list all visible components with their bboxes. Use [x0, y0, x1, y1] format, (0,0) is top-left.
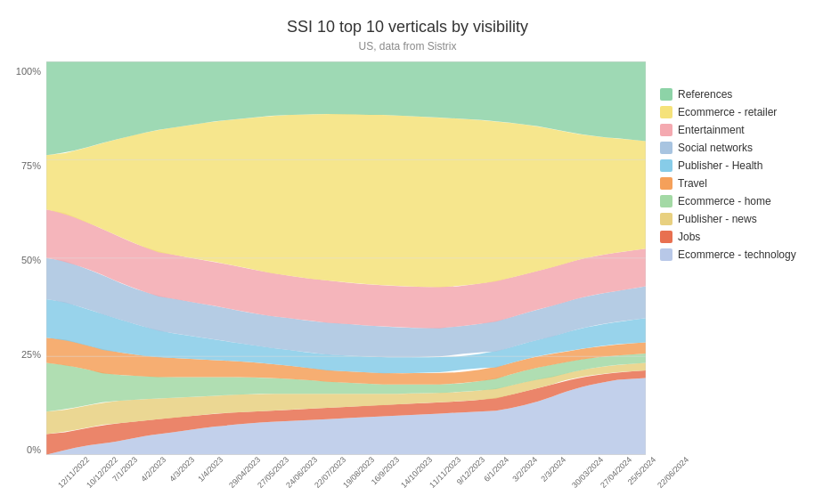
chart-subtitle: US, data from Sistrix: [358, 40, 456, 53]
legend-item: Publisher - Health: [660, 159, 815, 172]
legend-color-swatch: [660, 106, 672, 118]
legend-color-swatch: [660, 248, 672, 261]
legend-item: Ecommerce - technology: [660, 248, 815, 261]
y-label-50: 50%: [9, 255, 46, 265]
legend-color-swatch: [660, 213, 672, 225]
legend-color-swatch: [660, 177, 672, 190]
x-label: 1/4/2023: [196, 455, 224, 484]
y-label-0: 0%: [9, 444, 46, 455]
chart-area: 12/11/202210/12/20227/1/20234/2/20234/3/…: [46, 61, 646, 504]
y-axis: 100% 75% 50% 25% 0%: [9, 61, 46, 504]
x-label: 3/2/2024: [510, 455, 539, 484]
legend-color-swatch: [660, 159, 672, 172]
legend-label-text: Social networks: [678, 142, 753, 154]
legend-label-text: Jobs: [678, 231, 700, 243]
legend-item: Ecommerce - home: [660, 195, 815, 207]
x-label: 2/3/2024: [539, 455, 567, 484]
legend-item: Entertainment: [660, 124, 815, 136]
legend-label-text: References: [678, 88, 732, 101]
legend-label-text: Ecommerce - technology: [678, 248, 796, 261]
y-label-25: 25%: [9, 349, 46, 360]
legend-label-text: Ecommerce - retailer: [678, 106, 777, 118]
x-label: 4/2/2023: [139, 455, 167, 484]
chart-svg: [46, 61, 646, 455]
y-label-75: 75%: [9, 160, 46, 171]
chart-container: SSI 10 top 10 verticals by visibility US…: [0, 0, 815, 504]
legend-label-text: Publisher - news: [678, 213, 757, 225]
legend-label-text: Ecommerce - home: [678, 195, 771, 207]
legend-color-swatch: [660, 142, 672, 154]
legend: ReferencesEcommerce - retailerEntertainm…: [646, 61, 815, 504]
legend-item: Social networks: [660, 142, 815, 154]
x-axis: 12/11/202210/12/20227/1/20234/2/20234/3/…: [46, 455, 646, 504]
legend-item: Publisher - news: [660, 213, 815, 225]
legend-item: Travel: [660, 177, 815, 190]
legend-item: Ecommerce - retailer: [660, 106, 815, 118]
legend-label-text: Travel: [678, 177, 707, 190]
y-label-100: 100%: [9, 66, 46, 77]
legend-label-text: Publisher - Health: [678, 159, 762, 172]
legend-item: References: [660, 88, 815, 101]
legend-color-swatch: [660, 195, 672, 207]
x-label: 4/3/2023: [167, 455, 196, 484]
legend-label-text: Entertainment: [678, 124, 745, 136]
x-label: 6/1/2024: [482, 455, 510, 484]
legend-color-swatch: [660, 124, 672, 136]
legend-color-swatch: [660, 231, 672, 243]
chart-title: SSI 10 top 10 verticals by visibility: [287, 18, 528, 37]
legend-item: Jobs: [660, 231, 815, 243]
legend-color-swatch: [660, 88, 672, 101]
